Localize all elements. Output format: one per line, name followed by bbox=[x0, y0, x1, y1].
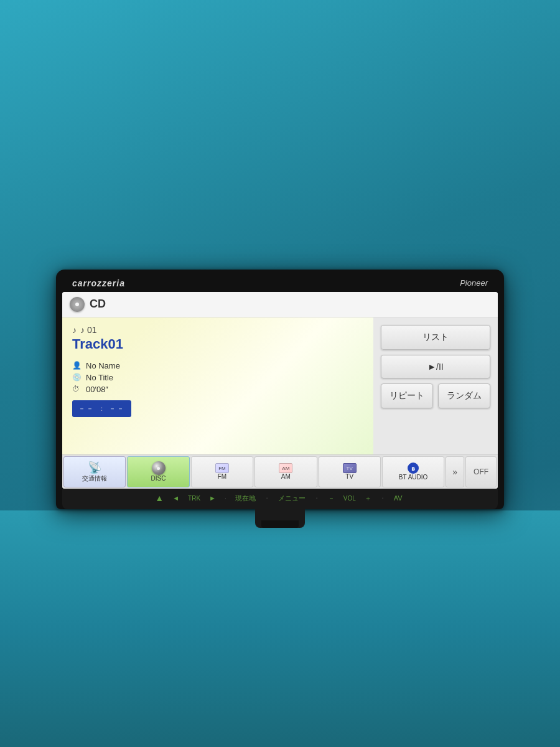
disc-label: DISC bbox=[151, 475, 166, 482]
hw-trk-label: TRK bbox=[188, 495, 200, 502]
hw-vol-label: VOL bbox=[343, 495, 356, 502]
hw-av-btn[interactable]: AV bbox=[391, 493, 405, 503]
hw-up-btn[interactable]: ▲ bbox=[155, 493, 164, 503]
hw-vol-plus-btn[interactable]: ＋ bbox=[362, 492, 374, 504]
arrow-label: » bbox=[452, 467, 457, 477]
pioneer-logo: Pioneer bbox=[460, 278, 488, 288]
music-note-icon: ♪ bbox=[72, 325, 77, 335]
play-pause-button[interactable]: ►/II bbox=[381, 355, 490, 378]
track-name: Track01 bbox=[72, 336, 363, 352]
disc-icon bbox=[152, 461, 166, 475]
hw-sep1: · bbox=[225, 495, 226, 502]
list-button[interactable]: リスト bbox=[381, 325, 490, 350]
duration-row: ⏱ 00′08″ bbox=[72, 385, 363, 394]
source-off-btn[interactable]: OFF bbox=[465, 456, 497, 487]
artist-label: No Name bbox=[86, 361, 120, 370]
screen-header: CD bbox=[62, 292, 498, 317]
traffic-icon: 📡 bbox=[88, 461, 101, 474]
source-disc-btn[interactable]: DISC bbox=[127, 456, 189, 487]
device-stand bbox=[255, 509, 305, 528]
tv-label: TV bbox=[345, 473, 353, 480]
clock-icon: ⏱ bbox=[72, 385, 82, 393]
artist-row: 👤 No Name bbox=[72, 361, 363, 370]
album-icon: 💿 bbox=[72, 373, 82, 382]
brand-bar: carrozzeria Pioneer bbox=[62, 276, 498, 292]
scene: carrozzeria Pioneer CD bbox=[0, 0, 560, 747]
bluetooth-icon: ʙ bbox=[408, 463, 419, 474]
source-tv-btn[interactable]: TV TV bbox=[319, 456, 381, 487]
album-row: 💿 No Title bbox=[72, 373, 363, 382]
repeat-random-row: リピート ランダム bbox=[381, 383, 490, 408]
source-traffic-btn[interactable]: 📡 交通情報 bbox=[63, 456, 126, 487]
progress-bar-container: －－ ： －－ bbox=[72, 400, 363, 417]
hw-current-loc-btn[interactable]: 現在地 bbox=[233, 492, 258, 504]
am-icon: AM bbox=[279, 463, 292, 473]
hw-dot3: ・ bbox=[380, 495, 385, 502]
source-fm-btn[interactable]: FM FM bbox=[191, 456, 253, 487]
hw-dot1: ・ bbox=[264, 495, 269, 502]
fm-icon: FM bbox=[215, 463, 229, 473]
screen-main: ♪ ♪ 01 Track01 👤 No Name 💿 No Title bbox=[62, 317, 498, 454]
repeat-button[interactable]: リピート bbox=[381, 383, 433, 408]
source-next-arrow-btn[interactable]: » bbox=[446, 456, 464, 487]
progress-bar: －－ ： －－ bbox=[72, 400, 131, 417]
hw-right-btn[interactable]: ► bbox=[207, 493, 218, 503]
album-label: No Title bbox=[86, 373, 113, 382]
device-wrapper: carrozzeria Pioneer CD bbox=[56, 270, 504, 528]
hw-menu-btn[interactable]: メニュー bbox=[276, 492, 308, 504]
screen-mode-label: CD bbox=[90, 298, 106, 311]
off-label: OFF bbox=[474, 467, 488, 476]
source-bt-audio-btn[interactable]: ʙ BT AUDIO bbox=[382, 456, 444, 487]
source-am-btn[interactable]: AM AM bbox=[254, 456, 317, 487]
track-number: ♪ ♪ 01 bbox=[72, 325, 363, 335]
progress-dashes: －－ bbox=[78, 404, 95, 413]
hw-left-btn[interactable]: ◄ bbox=[170, 493, 182, 503]
car-navigation-unit: carrozzeria Pioneer CD bbox=[56, 270, 504, 509]
source-bar: 📡 交通情報 DISC FM FM AM A bbox=[62, 454, 498, 489]
bt-audio-label: BT AUDIO bbox=[399, 474, 428, 481]
hw-controls-bar: ▲ ◄ TRK ► · 現在地 ・ メニュー ・ － VOL ＋ ・ AV bbox=[62, 489, 498, 509]
info-panel: ♪ ♪ 01 Track01 👤 No Name 💿 No Title bbox=[62, 317, 373, 454]
hw-vol-minus-btn[interactable]: － bbox=[325, 492, 337, 504]
traffic-label: 交通情報 bbox=[82, 474, 107, 483]
progress-dashes2: －－ bbox=[109, 404, 125, 413]
progress-colon: ： bbox=[98, 404, 105, 413]
screen: CD ♪ ♪ 01 Track01 👤 bbox=[62, 292, 498, 489]
random-button[interactable]: ランダム bbox=[438, 383, 490, 408]
carrozzeria-logo: carrozzeria bbox=[72, 278, 125, 288]
hw-dot2: ・ bbox=[314, 495, 319, 502]
tv-icon: TV bbox=[343, 463, 357, 473]
screen-inner: CD ♪ ♪ 01 Track01 👤 bbox=[62, 292, 498, 489]
controls-panel: リスト ►/II リピート ランダム bbox=[373, 317, 498, 454]
duration-label: 00′08″ bbox=[86, 385, 108, 394]
am-label: AM bbox=[281, 473, 291, 480]
artist-icon: 👤 bbox=[72, 361, 82, 370]
fm-label: FM bbox=[218, 473, 226, 480]
cd-disc-icon bbox=[70, 297, 85, 312]
